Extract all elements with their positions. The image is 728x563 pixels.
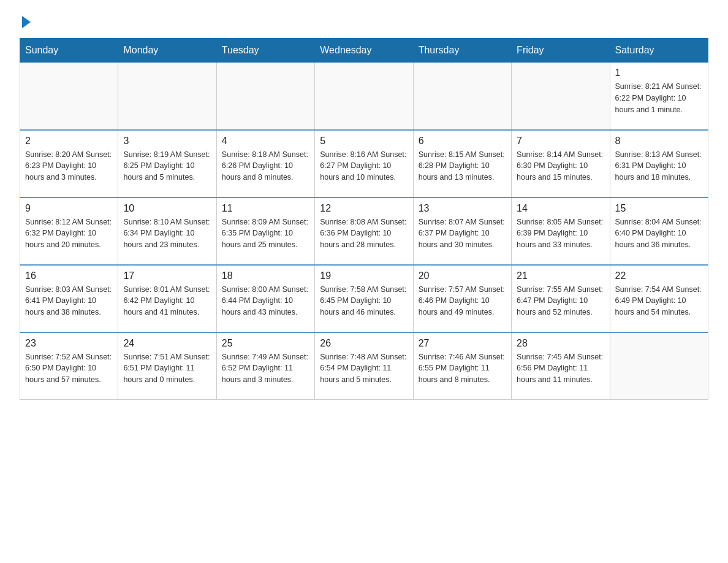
day-number: 1 <box>615 67 703 79</box>
day-info: Sunrise: 8:14 AM Sunset: 6:30 PM Dayligh… <box>517 149 604 183</box>
calendar-day-cell: 17Sunrise: 8:01 AM Sunset: 6:42 PM Dayli… <box>118 265 216 332</box>
logo <box>20 15 31 28</box>
day-info: Sunrise: 8:13 AM Sunset: 6:31 PM Dayligh… <box>615 149 703 183</box>
calendar-day-cell: 3Sunrise: 8:19 AM Sunset: 6:25 PM Daylig… <box>118 130 216 197</box>
day-info: Sunrise: 7:58 AM Sunset: 6:45 PM Dayligh… <box>320 284 408 318</box>
day-info: Sunrise: 8:00 AM Sunset: 6:44 PM Dayligh… <box>222 284 309 318</box>
calendar-day-cell: 15Sunrise: 8:04 AM Sunset: 6:40 PM Dayli… <box>610 197 708 265</box>
calendar-day-cell <box>216 63 314 130</box>
calendar-day-cell <box>512 63 610 130</box>
day-number: 18 <box>222 270 309 282</box>
day-number: 12 <box>320 203 408 214</box>
calendar-day-cell: 19Sunrise: 7:58 AM Sunset: 6:45 PM Dayli… <box>315 265 413 332</box>
day-info: Sunrise: 8:03 AM Sunset: 6:41 PM Dayligh… <box>25 284 113 318</box>
day-number: 4 <box>222 136 309 147</box>
calendar-day-cell: 1Sunrise: 8:21 AM Sunset: 6:22 PM Daylig… <box>610 63 708 130</box>
calendar-day-cell: 23Sunrise: 7:52 AM Sunset: 6:50 PM Dayli… <box>20 332 118 400</box>
day-info: Sunrise: 7:46 AM Sunset: 6:55 PM Dayligh… <box>419 351 506 386</box>
calendar-day-cell: 13Sunrise: 8:07 AM Sunset: 6:37 PM Dayli… <box>413 197 511 265</box>
calendar-day-cell: 27Sunrise: 7:46 AM Sunset: 6:55 PM Dayli… <box>413 332 511 400</box>
day-number: 10 <box>123 203 211 214</box>
day-number: 2 <box>25 136 113 147</box>
weekday-header-sunday: Sunday <box>20 39 118 63</box>
day-number: 8 <box>615 136 703 147</box>
day-info: Sunrise: 8:10 AM Sunset: 6:34 PM Dayligh… <box>123 216 211 251</box>
weekday-header-thursday: Thursday <box>413 39 511 63</box>
calendar-day-cell: 21Sunrise: 7:55 AM Sunset: 6:47 PM Dayli… <box>512 265 610 332</box>
day-info: Sunrise: 8:20 AM Sunset: 6:23 PM Dayligh… <box>25 149 113 183</box>
calendar-day-cell: 8Sunrise: 8:13 AM Sunset: 6:31 PM Daylig… <box>610 130 708 197</box>
day-number: 22 <box>615 270 703 282</box>
day-info: Sunrise: 8:05 AM Sunset: 6:39 PM Dayligh… <box>517 216 604 251</box>
day-number: 19 <box>320 270 408 282</box>
calendar-day-cell: 7Sunrise: 8:14 AM Sunset: 6:30 PM Daylig… <box>512 130 610 197</box>
day-number: 14 <box>517 203 604 214</box>
calendar-day-cell <box>610 332 708 400</box>
day-info: Sunrise: 8:07 AM Sunset: 6:37 PM Dayligh… <box>419 216 506 251</box>
calendar-day-cell: 6Sunrise: 8:15 AM Sunset: 6:28 PM Daylig… <box>413 130 511 197</box>
calendar-day-cell <box>20 63 118 130</box>
page-header <box>20 15 708 28</box>
calendar-day-cell: 16Sunrise: 8:03 AM Sunset: 6:41 PM Dayli… <box>20 265 118 332</box>
day-info: Sunrise: 8:19 AM Sunset: 6:25 PM Dayligh… <box>123 149 211 183</box>
day-number: 15 <box>615 203 703 214</box>
day-number: 25 <box>222 338 309 349</box>
day-number: 9 <box>25 203 113 214</box>
day-info: Sunrise: 7:57 AM Sunset: 6:46 PM Dayligh… <box>419 284 506 318</box>
weekday-header-friday: Friday <box>512 39 610 63</box>
logo-triangle-icon <box>22 16 31 28</box>
day-info: Sunrise: 8:18 AM Sunset: 6:26 PM Dayligh… <box>222 149 309 183</box>
day-info: Sunrise: 8:09 AM Sunset: 6:35 PM Dayligh… <box>222 216 309 251</box>
calendar-week-row: 2Sunrise: 8:20 AM Sunset: 6:23 PM Daylig… <box>20 130 708 197</box>
day-number: 28 <box>517 338 604 349</box>
calendar-day-cell: 14Sunrise: 8:05 AM Sunset: 6:39 PM Dayli… <box>512 197 610 265</box>
day-info: Sunrise: 7:51 AM Sunset: 6:51 PM Dayligh… <box>123 351 211 386</box>
weekday-header-wednesday: Wednesday <box>315 39 413 63</box>
calendar-day-cell <box>315 63 413 130</box>
weekday-header-monday: Monday <box>118 39 216 63</box>
calendar-day-cell: 2Sunrise: 8:20 AM Sunset: 6:23 PM Daylig… <box>20 130 118 197</box>
day-info: Sunrise: 8:08 AM Sunset: 6:36 PM Dayligh… <box>320 216 408 251</box>
day-info: Sunrise: 8:16 AM Sunset: 6:27 PM Dayligh… <box>320 149 408 183</box>
calendar-day-cell: 5Sunrise: 8:16 AM Sunset: 6:27 PM Daylig… <box>315 130 413 197</box>
calendar-day-cell: 24Sunrise: 7:51 AM Sunset: 6:51 PM Dayli… <box>118 332 216 400</box>
day-info: Sunrise: 8:04 AM Sunset: 6:40 PM Dayligh… <box>615 216 703 251</box>
calendar-day-cell: 22Sunrise: 7:54 AM Sunset: 6:49 PM Dayli… <box>610 265 708 332</box>
day-info: Sunrise: 7:52 AM Sunset: 6:50 PM Dayligh… <box>25 351 113 386</box>
day-info: Sunrise: 7:45 AM Sunset: 6:56 PM Dayligh… <box>517 351 604 386</box>
calendar-day-cell: 10Sunrise: 8:10 AM Sunset: 6:34 PM Dayli… <box>118 197 216 265</box>
calendar-table: SundayMondayTuesdayWednesdayThursdayFrid… <box>20 38 708 400</box>
day-info: Sunrise: 7:49 AM Sunset: 6:52 PM Dayligh… <box>222 351 309 386</box>
calendar-day-cell: 20Sunrise: 7:57 AM Sunset: 6:46 PM Dayli… <box>413 265 511 332</box>
weekday-header-row: SundayMondayTuesdayWednesdayThursdayFrid… <box>20 39 708 63</box>
day-number: 5 <box>320 136 408 147</box>
calendar-day-cell: 26Sunrise: 7:48 AM Sunset: 6:54 PM Dayli… <box>315 332 413 400</box>
day-number: 20 <box>419 270 506 282</box>
day-number: 21 <box>517 270 604 282</box>
day-number: 16 <box>25 270 113 282</box>
day-info: Sunrise: 7:48 AM Sunset: 6:54 PM Dayligh… <box>320 351 408 386</box>
calendar-week-row: 9Sunrise: 8:12 AM Sunset: 6:32 PM Daylig… <box>20 197 708 265</box>
calendar-day-cell <box>413 63 511 130</box>
day-info: Sunrise: 8:15 AM Sunset: 6:28 PM Dayligh… <box>419 149 506 183</box>
calendar-day-cell: 18Sunrise: 8:00 AM Sunset: 6:44 PM Dayli… <box>216 265 314 332</box>
day-info: Sunrise: 8:21 AM Sunset: 6:22 PM Dayligh… <box>615 81 703 115</box>
day-number: 7 <box>517 136 604 147</box>
calendar-day-cell: 11Sunrise: 8:09 AM Sunset: 6:35 PM Dayli… <box>216 197 314 265</box>
calendar-week-row: 16Sunrise: 8:03 AM Sunset: 6:41 PM Dayli… <box>20 265 708 332</box>
day-number: 24 <box>123 338 211 349</box>
day-number: 11 <box>222 203 309 214</box>
day-number: 26 <box>320 338 408 349</box>
day-number: 3 <box>123 136 211 147</box>
calendar-day-cell: 9Sunrise: 8:12 AM Sunset: 6:32 PM Daylig… <box>20 197 118 265</box>
calendar-day-cell: 28Sunrise: 7:45 AM Sunset: 6:56 PM Dayli… <box>512 332 610 400</box>
day-number: 23 <box>25 338 113 349</box>
day-number: 17 <box>123 270 211 282</box>
day-number: 27 <box>419 338 506 349</box>
day-info: Sunrise: 7:55 AM Sunset: 6:47 PM Dayligh… <box>517 284 604 318</box>
calendar-week-row: 1Sunrise: 8:21 AM Sunset: 6:22 PM Daylig… <box>20 63 708 130</box>
calendar-day-cell <box>118 63 216 130</box>
calendar-week-row: 23Sunrise: 7:52 AM Sunset: 6:50 PM Dayli… <box>20 332 708 400</box>
weekday-header-saturday: Saturday <box>610 39 708 63</box>
weekday-header-tuesday: Tuesday <box>216 39 314 63</box>
